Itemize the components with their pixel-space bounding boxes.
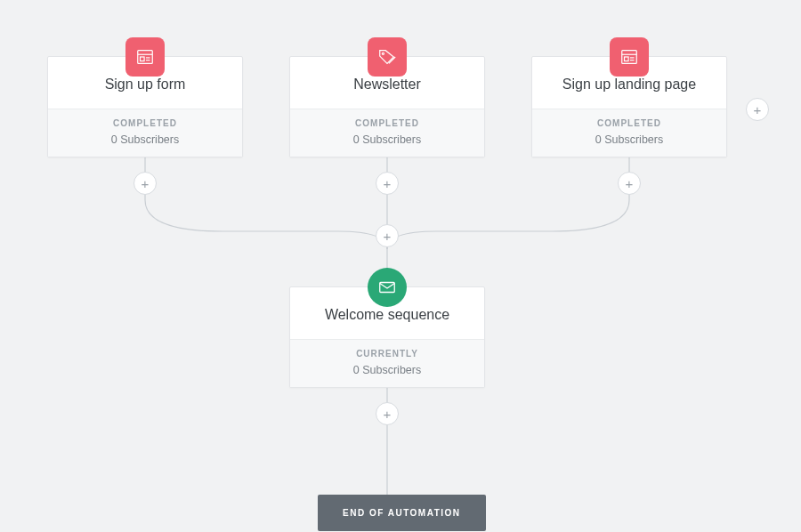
step-card-welcome-sequence[interactable]: Welcome sequence CURRENTLY 0 Subscribers (289, 286, 485, 388)
add-step-button[interactable]: + (376, 172, 399, 195)
svg-point-5 (382, 52, 384, 54)
svg-rect-11 (380, 283, 395, 293)
automation-canvas: Sign up form COMPLETED 0 Subscribers New… (0, 0, 801, 532)
card-footer: COMPLETED 0 Subscribers (48, 109, 242, 157)
form-icon (125, 37, 165, 77)
card-footer: CURRENTLY 0 Subscribers (290, 339, 484, 387)
status-label: CURRENTLY (299, 349, 475, 359)
add-step-button[interactable]: + (376, 224, 399, 247)
status-label: COMPLETED (541, 118, 717, 128)
svg-rect-8 (625, 57, 629, 61)
status-label: COMPLETED (57, 118, 233, 128)
subscriber-count: 0 Subscribers (299, 133, 475, 146)
subscriber-count: 0 Subscribers (57, 133, 233, 146)
add-step-button[interactable]: + (376, 402, 399, 425)
card-footer: COMPLETED 0 Subscribers (290, 109, 484, 157)
add-step-button[interactable]: + (618, 172, 641, 195)
form-icon (610, 37, 649, 77)
subscriber-count: 0 Subscribers (541, 133, 717, 146)
tag-icon (368, 37, 407, 77)
subscriber-count: 0 Subscribers (299, 364, 475, 376)
end-label: END OF AUTOMATION (343, 508, 461, 518)
status-label: COMPLETED (299, 118, 475, 128)
trigger-card-landing-page[interactable]: Sign up landing page COMPLETED 0 Subscri… (531, 56, 727, 157)
add-step-button[interactable]: + (134, 172, 157, 195)
trigger-card-signup-form[interactable]: Sign up form COMPLETED 0 Subscribers (47, 56, 243, 157)
card-footer: COMPLETED 0 Subscribers (532, 109, 726, 157)
mail-icon (368, 268, 407, 307)
trigger-card-newsletter[interactable]: Newsletter COMPLETED 0 Subscribers (289, 56, 485, 157)
svg-rect-2 (141, 57, 145, 61)
end-of-automation: END OF AUTOMATION (318, 495, 486, 531)
add-trigger-button[interactable]: + (746, 98, 769, 121)
